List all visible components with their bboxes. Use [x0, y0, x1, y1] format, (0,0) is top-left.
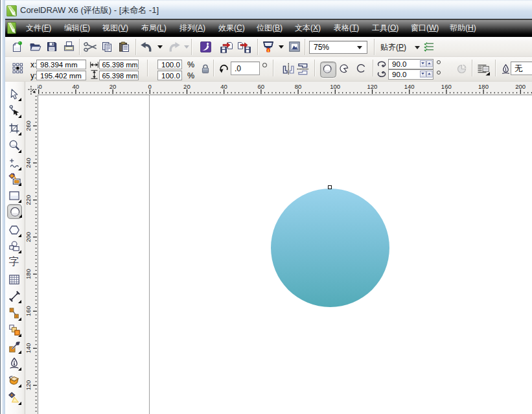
- svg-text:160: 160: [441, 83, 452, 90]
- svg-text:140: 140: [25, 343, 32, 353]
- svg-text:0: 0: [148, 83, 152, 90]
- svg-text:40: 40: [73, 83, 80, 90]
- svg-text:20: 20: [183, 83, 191, 90]
- svg-text:240: 240: [25, 157, 32, 168]
- svg-text:60: 60: [38, 83, 42, 90]
- svg-text:180: 180: [25, 269, 32, 279]
- svg-text:40: 40: [220, 83, 227, 90]
- svg-text:100: 100: [330, 83, 340, 90]
- svg-text:20: 20: [110, 83, 117, 90]
- svg-text:180: 180: [478, 83, 489, 90]
- svg-text:200: 200: [515, 83, 526, 90]
- svg-text:80: 80: [295, 83, 302, 90]
- svg-text:60: 60: [258, 83, 265, 90]
- svg-text:160: 160: [25, 306, 32, 316]
- svg-text:120: 120: [25, 380, 32, 391]
- svg-text:120: 120: [367, 83, 377, 90]
- svg-text:200: 200: [25, 232, 32, 242]
- svg-text:220: 220: [25, 195, 32, 205]
- svg-text:140: 140: [404, 83, 415, 90]
- svg-text:260: 260: [25, 121, 32, 131]
